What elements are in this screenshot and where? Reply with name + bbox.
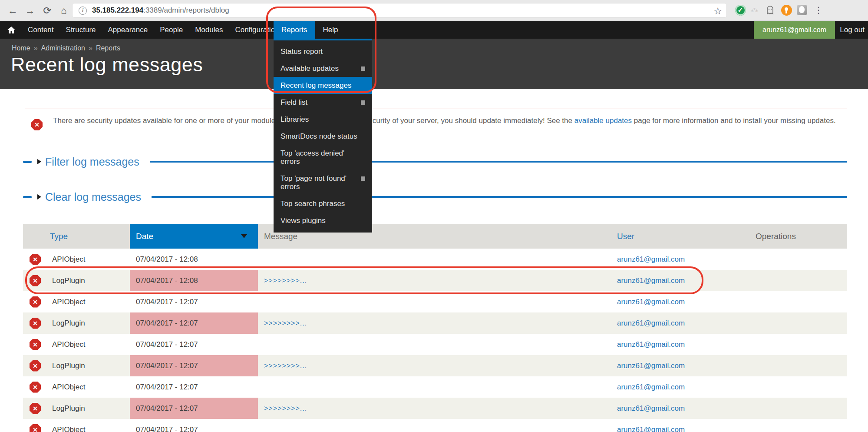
- section-toggle[interactable]: Clear log messages: [45, 191, 141, 203]
- row-error-icon: ✕: [30, 339, 41, 350]
- section-toggle[interactable]: Filter log messages: [45, 156, 139, 168]
- url-path: :3389/admin/reports/dblog: [143, 6, 229, 15]
- log-type: LogPlugin: [52, 404, 85, 413]
- table-header-row: Type Date Message User Operations: [23, 224, 847, 249]
- log-date: 07/04/2017 - 12:07: [130, 376, 258, 398]
- home-button[interactable]: ⌂: [56, 3, 71, 18]
- row-error-icon: ✕: [30, 296, 41, 308]
- toolbar-menu-item[interactable]: People: [154, 21, 189, 39]
- row-error-icon: ✕: [30, 360, 41, 372]
- reload-button[interactable]: ⟳: [40, 3, 55, 18]
- dropdown-menu-item[interactable]: Field list: [274, 94, 372, 111]
- screen: ← → ⟳ ⌂ i 35.185.222.194:3389/admin/repo…: [0, 0, 868, 432]
- user-link[interactable]: arunz61@gmail.com: [617, 383, 685, 391]
- table-row: ✕ APIObject 07/04/2017 - 12:07 arunz61@g…: [23, 334, 847, 355]
- toolbar-tab[interactable]: Reports: [274, 21, 315, 39]
- log-date: 07/04/2017 - 12:07: [130, 398, 258, 419]
- log-type: APIObject: [52, 298, 86, 306]
- user-link[interactable]: arunz61@gmail.com: [617, 425, 685, 432]
- address-bar[interactable]: i 35.185.222.194:3389/admin/reports/dblo…: [72, 3, 727, 18]
- row-error-icon: ✕: [30, 424, 41, 432]
- breadcrumb-link[interactable]: Reports: [96, 44, 120, 52]
- log-operations: [729, 419, 847, 432]
- new-items-badge: [361, 66, 365, 71]
- log-date: 07/04/2017 - 12:08: [130, 270, 258, 291]
- log-operations: [729, 249, 847, 270]
- log-message-link[interactable]: >>>>>>>>...: [264, 277, 307, 284]
- user-link[interactable]: arunz61@gmail.com: [617, 404, 685, 412]
- extension-openvpn-icon[interactable]: [781, 4, 792, 16]
- browser-menu-icon[interactable]: ⋮: [813, 4, 824, 16]
- page-title: Recent log messages: [11, 53, 203, 76]
- table-row: ✕ LogPlugin 07/04/2017 - 12:08 >>>>>>>>.…: [23, 270, 847, 291]
- toolbar-menu-item[interactable]: Modules: [189, 21, 229, 39]
- table-row: ✕ LogPlugin 07/04/2017 - 12:07 >>>>>>>>.…: [23, 312, 847, 334]
- row-error-icon: ✕: [30, 403, 41, 414]
- list-dash-icon: [23, 196, 32, 198]
- sections: Filter log messages Clear log messages: [23, 153, 847, 223]
- breadcrumb: HomeAdministrationReports: [12, 44, 120, 52]
- user-link[interactable]: arunz61@gmail.com: [617, 276, 685, 285]
- dropdown-menu-item[interactable]: SmartDocs node status: [274, 128, 372, 145]
- available-updates-link[interactable]: available updates: [574, 116, 632, 125]
- back-button[interactable]: ←: [5, 3, 20, 18]
- table-row: ✕ LogPlugin 07/04/2017 - 12:07 >>>>>>>>.…: [23, 355, 847, 376]
- log-type: APIObject: [52, 425, 86, 432]
- column-header-type[interactable]: Type: [23, 224, 130, 249]
- collapsed-arrow-icon: [37, 194, 41, 199]
- dropdown-menu-item[interactable]: Top 'page not found' errors: [274, 170, 372, 195]
- dropdown-menu-item[interactable]: Top search phrases: [274, 195, 372, 212]
- breadcrumb-link[interactable]: Home: [12, 44, 41, 52]
- log-date: 07/04/2017 - 12:07: [130, 291, 258, 312]
- sort-desc-icon: [241, 234, 247, 238]
- dropdown-menu-item[interactable]: Libraries: [274, 111, 372, 128]
- extension-adblock-icon[interactable]: ✓: [735, 4, 746, 16]
- log-operations: [729, 312, 847, 334]
- log-operations: [729, 376, 847, 398]
- column-header-operations: Operations: [729, 224, 847, 249]
- table-row: ✕ LogPlugin 07/04/2017 - 12:07 >>>>>>>>.…: [23, 398, 847, 419]
- extension-disabled-icon[interactable]: ⁎*⁎: [749, 4, 760, 16]
- forward-button[interactable]: →: [23, 3, 37, 18]
- page-header: HomeAdministrationReports Recent log mes…: [0, 39, 868, 89]
- log-date: 07/04/2017 - 12:07: [130, 312, 258, 334]
- log-type: LogPlugin: [52, 362, 85, 370]
- user-link[interactable]: arunz61@gmail.com: [617, 319, 685, 327]
- user-link[interactable]: arunz61@gmail.com: [617, 255, 685, 263]
- log-date: 07/04/2017 - 12:07: [130, 419, 258, 432]
- page-info-icon[interactable]: i: [79, 7, 87, 15]
- user-link[interactable]: arunz61@gmail.com: [617, 298, 685, 306]
- user-link[interactable]: arunz61@gmail.com: [617, 340, 685, 349]
- log-type: APIObject: [52, 383, 86, 392]
- new-items-badge: [361, 100, 365, 105]
- dropdown-menu-item[interactable]: Top 'access denied' errors: [274, 145, 372, 170]
- toolbar-menu-item[interactable]: Appearance: [102, 21, 154, 39]
- extension-gray-icon[interactable]: [796, 4, 808, 16]
- browser-chrome: ← → ⟳ ⌂ i 35.185.222.194:3389/admin/repo…: [0, 0, 868, 21]
- log-type: APIObject: [52, 340, 86, 349]
- toolbar-tab[interactable]: Help: [315, 21, 346, 39]
- dropdown-menu-item[interactable]: Status report: [274, 43, 372, 60]
- toolbar-home-icon[interactable]: [0, 26, 22, 34]
- column-header-date[interactable]: Date: [130, 224, 258, 249]
- bookmark-star-icon[interactable]: ☆: [713, 6, 722, 17]
- log-type: LogPlugin: [52, 319, 85, 328]
- toolbar-menu-item[interactable]: Structure: [60, 21, 102, 39]
- column-header-user[interactable]: User: [604, 224, 729, 249]
- extension-ghost-icon[interactable]: [764, 4, 776, 16]
- row-error-icon: ✕: [30, 382, 41, 393]
- log-message-link[interactable]: >>>>>>>>...: [264, 319, 307, 327]
- row-error-icon: ✕: [30, 275, 41, 286]
- user-link[interactable]: arunz61@gmail.com: [617, 362, 685, 370]
- log-message-link[interactable]: >>>>>>>>...: [264, 405, 307, 412]
- logout-link[interactable]: Log out: [840, 21, 865, 39]
- dropdown-menu-item[interactable]: Recent log messages: [274, 77, 372, 94]
- breadcrumb-link[interactable]: Administration: [41, 44, 96, 52]
- log-message-link[interactable]: >>>>>>>>...: [264, 362, 307, 369]
- toolbar-menu-item[interactable]: Content: [22, 21, 60, 39]
- dropdown-menu-item[interactable]: Views plugins: [274, 212, 372, 229]
- section-divider: [152, 196, 847, 198]
- toolbar-account[interactable]: arunz61@gmail.com: [754, 21, 835, 39]
- dropdown-menu-item[interactable]: Available updates: [274, 60, 372, 77]
- row-error-icon: ✕: [30, 318, 41, 329]
